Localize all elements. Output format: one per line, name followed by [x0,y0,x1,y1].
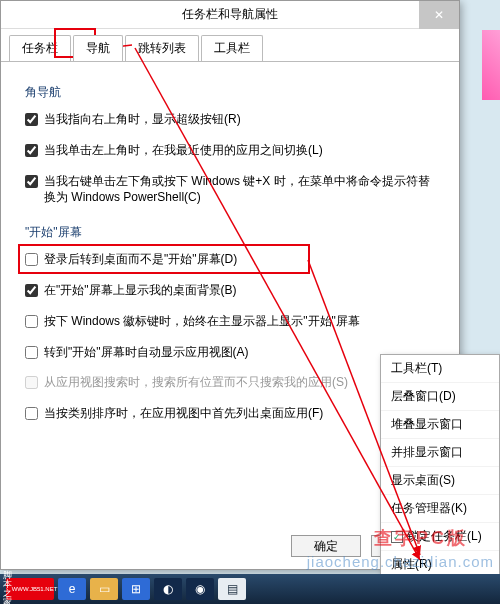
opt-apps-view: 转到"开始"屏幕时自动显示应用视图(A) [25,344,435,361]
checkbox-powershell[interactable] [25,175,38,188]
label-winkey-main: 按下 Windows 徽标键时，始终在主显示器上显示"开始"屏幕 [44,313,435,330]
label-desktop-on-login: 登录后转到桌面而不是"开始"屏幕(D) [44,251,435,268]
taskbar-icon-browser[interactable]: ⊞ [122,578,150,600]
label-recent-apps: 当我单击左上角时，在我最近使用的应用之间切换(L) [44,142,435,159]
label-powershell: 当我右键单击左下角或按下 Windows 键+X 时，在菜单中将命令提示符替换为… [44,173,435,207]
tab-toolbars[interactable]: 工具栏 [201,35,263,61]
checkbox-recent-apps[interactable] [25,144,38,157]
menu-toolbars[interactable]: 工具栏(T) [381,355,499,383]
start-button[interactable]: 脚本之家 WWW.JB51.NET [6,578,54,600]
menu-task-manager[interactable]: 任务管理器(K) [381,495,499,523]
tab-navigation[interactable]: 导航 [73,35,123,61]
label-charms: 当我指向右上角时，显示超级按钮(R) [44,111,435,128]
group-start-screen: "开始"屏幕 [25,224,435,241]
start-label-bottom: WWW.JB51.NET [12,586,58,592]
start-label-top: 脚本之家 [3,571,12,604]
group-corner-nav: 角导航 [25,84,435,101]
checkbox-winkey-main[interactable] [25,315,38,328]
taskbar-icon-doc[interactable]: ▤ [218,578,246,600]
tab-jumplist[interactable]: 跳转列表 [125,35,199,61]
menu-stacked[interactable]: 堆叠显示窗口 [381,411,499,439]
tab-strip: 任务栏 导航 跳转列表 工具栏 [1,29,459,62]
opt-charms: 当我指向右上角时，显示超级按钮(R) [25,111,435,128]
opt-desktop-on-login: 登录后转到桌面而不是"开始"屏幕(D) [25,251,435,268]
opt-winkey-main: 按下 Windows 徽标键时，始终在主显示器上显示"开始"屏幕 [25,313,435,330]
globe-icon: ◉ [195,582,205,596]
taskbar-icon-app1[interactable]: ◐ [154,578,182,600]
folder-icon: ▭ [99,582,110,596]
checkbox-apps-view[interactable] [25,346,38,359]
check-icon: ✓ [391,531,403,543]
checkbox-desktop-on-login[interactable] [25,253,38,266]
opt-desktop-bg: 在"开始"屏幕上显示我的桌面背景(B) [25,282,435,299]
opt-desktop-apps-first: 当按类别排序时，在应用视图中首先列出桌面应用(F) [25,405,435,422]
opt-powershell: 当我右键单击左下角或按下 Windows 键+X 时，在菜单中将命令提示符替换为… [25,173,435,207]
menu-show-desktop[interactable]: 显示桌面(S) [381,467,499,495]
opt-search-everywhere: 从应用视图搜索时，搜索所有位置而不只搜索我的应用(S) [25,374,435,391]
tab-taskbar[interactable]: 任务栏 [9,35,71,61]
label-apps-view: 转到"开始"屏幕时自动显示应用视图(A) [44,344,435,361]
taskbar[interactable]: 脚本之家 WWW.JB51.NET e ▭ ⊞ ◐ ◉ ▤ [0,574,500,604]
ok-button[interactable]: 确定 [291,535,361,557]
dialog-title: 任务栏和导航属性 [182,6,278,23]
menu-sidebyside[interactable]: 并排显示窗口 [381,439,499,467]
label-desktop-bg: 在"开始"屏幕上显示我的桌面背景(B) [44,282,435,299]
titlebar: 任务栏和导航属性 ✕ [1,1,459,29]
app1-icon: ◐ [163,582,173,596]
label-desktop-apps-first: 当按类别排序时，在应用视图中首先列出桌面应用(F) [44,405,435,422]
checkbox-charms[interactable] [25,113,38,126]
maxthon-icon: ⊞ [131,582,141,596]
menu-lock-taskbar[interactable]: ✓锁定任务栏(L) [381,523,499,551]
close-button[interactable]: ✕ [419,1,459,29]
taskbar-icon-explorer[interactable]: ▭ [90,578,118,600]
menu-cascade[interactable]: 层叠窗口(D) [381,383,499,411]
taskbar-icon-app2[interactable]: ◉ [186,578,214,600]
checkbox-search-everywhere [25,376,38,389]
label-search-everywhere: 从应用视图搜索时，搜索所有位置而不只搜索我的应用(S) [44,374,435,391]
checkbox-desktop-bg[interactable] [25,284,38,297]
opt-recent-apps: 当我单击左上角时，在我最近使用的应用之间切换(L) [25,142,435,159]
checkbox-desktop-apps-first[interactable] [25,407,38,420]
close-icon: ✕ [434,8,444,22]
doc-icon: ▤ [227,582,238,596]
taskbar-icon-ie[interactable]: e [58,578,86,600]
ie-icon: e [69,582,76,596]
background-decor [482,30,500,100]
taskbar-context-menu: 工具栏(T) 层叠窗口(D) 堆叠显示窗口 并排显示窗口 显示桌面(S) 任务管… [380,354,500,579]
